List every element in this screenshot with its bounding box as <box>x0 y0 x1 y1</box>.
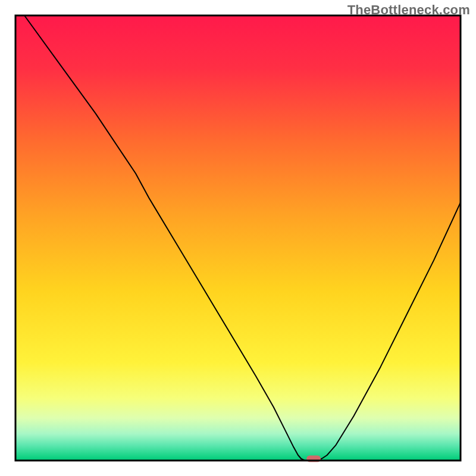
watermark-text: TheBottleneck.com <box>347 2 470 18</box>
bottleneck-chart <box>0 0 476 476</box>
chart-container: TheBottleneck.com <box>0 0 476 476</box>
chart-background <box>15 15 461 461</box>
